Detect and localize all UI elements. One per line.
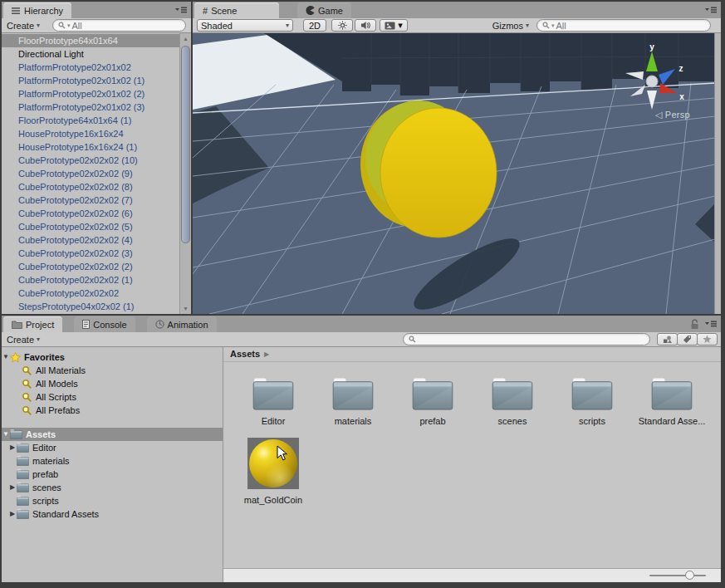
- asset-folder-standard-asse[interactable]: Standard Asse...: [632, 377, 712, 426]
- tree-folder-editor[interactable]: ▶ Editor: [2, 441, 223, 454]
- scene-tabstrip: # Scene Game: [193, 2, 721, 18]
- tab-console[interactable]: Console: [74, 316, 135, 332]
- hierarchy-item-cubeprototype02x02x02-6[interactable]: CubePrototype02x02x02 (6): [2, 207, 180, 220]
- tab-console-label: Console: [93, 320, 126, 330]
- hierarchy-item-stepsprototype04x02x02-1[interactable]: StepsPrototype04x02x02 (1): [2, 300, 180, 313]
- gizmos-dropdown[interactable]: Gizmos▾: [487, 19, 534, 32]
- tree-folder-scenes[interactable]: ▶ scenes: [2, 481, 223, 494]
- folder-icon: [17, 443, 29, 453]
- folder-icon: [651, 377, 693, 410]
- shading-mode-dropdown[interactable]: Shaded▾: [197, 19, 293, 32]
- asset-folder-editor[interactable]: Editor: [233, 377, 313, 426]
- hierarchy-item-cubeprototype02x02x02-9[interactable]: CubePrototype02x02x02 (9): [2, 167, 180, 180]
- assets-root[interactable]: ▼ Assets: [2, 428, 223, 441]
- axis-z-label: z: [679, 64, 683, 73]
- audio-toggle-button[interactable]: [355, 19, 376, 32]
- search-by-type-button[interactable]: [657, 333, 678, 345]
- hierarchy-scrollbar[interactable]: ▲ ▼: [179, 33, 191, 314]
- tab-project[interactable]: Project: [3, 316, 62, 332]
- tab-hierarchy[interactable]: Hierarchy: [3, 2, 71, 18]
- disclosure-triangle-icon[interactable]: ▶: [8, 441, 17, 454]
- disclosure-triangle-icon[interactable]: ▶: [8, 481, 17, 494]
- hierarchy-item-cubeprototype02x02x02-7[interactable]: CubePrototype02x02x02 (7): [2, 194, 180, 207]
- tab-game-label: Game: [318, 6, 343, 16]
- tab-animation-label: Animation: [168, 320, 208, 330]
- search-icon: [22, 405, 32, 416]
- asset-folder-scenes[interactable]: scenes: [473, 377, 552, 426]
- breadcrumb[interactable]: Assets ▶: [223, 347, 721, 362]
- panel-menu-icon[interactable]: [704, 319, 718, 329]
- hierarchy-search-text: All: [72, 21, 82, 31]
- tab-scene[interactable]: # Scene: [194, 2, 279, 18]
- hierarchy-item-cubeprototype02x02x02-8[interactable]: CubePrototype02x02x02 (8): [2, 180, 180, 194]
- panel-menu-icon[interactable]: [174, 5, 188, 15]
- tab-animation[interactable]: Animation: [147, 316, 217, 332]
- scene-search-input[interactable]: ▾ All: [536, 19, 711, 32]
- tree-folder-standard-assets[interactable]: ▶ Standard Assets: [2, 507, 223, 521]
- hierarchy-item-cubeprototype02x02x02-1[interactable]: CubePrototype02x02x02 (1): [2, 273, 180, 287]
- asset-folder-scripts[interactable]: scripts: [552, 377, 632, 426]
- panel-menu-icon[interactable]: [704, 5, 718, 15]
- asset-folder-materials[interactable]: materials: [313, 377, 393, 426]
- thumbnail-zoom-slider[interactable]: [649, 575, 706, 576]
- hierarchy-item-platformprototype02x01x02-1[interactable]: PlatformPrototype02x01x02 (1): [2, 74, 180, 87]
- hierarchy-item-floorprototype64x01x64-1[interactable]: FloorPrototype64x01x64 (1): [2, 114, 180, 127]
- scene-orientation-gizmo[interactable]: y z x: [617, 43, 687, 115]
- folder-icon: [17, 496, 29, 506]
- hierarchy-search-input[interactable]: ▾ All: [52, 19, 186, 32]
- favorites-root[interactable]: ▼ Favorites: [2, 350, 223, 364]
- folder-icon: [412, 377, 453, 410]
- project-create-button[interactable]: Create▾: [2, 333, 45, 345]
- hierarchy-item-cubeprototype02x02x02-3[interactable]: CubePrototype02x02x02 (3): [2, 247, 180, 260]
- effects-dropdown-button[interactable]: ▾: [380, 19, 408, 32]
- search-by-label-button[interactable]: [677, 333, 698, 345]
- favorites-item-all-models[interactable]: All Models: [2, 377, 223, 390]
- hierarchy-item-cubeprototype02x02x02[interactable]: CubePrototype02x02x02: [2, 287, 180, 300]
- hierarchy-item-houseprototype16x16x24-1[interactable]: HousePrototype16x16x24 (1): [2, 140, 180, 154]
- scroll-down-icon[interactable]: ▼: [180, 303, 191, 314]
- hierarchy-item-houseprototype16x16x24[interactable]: HousePrototype16x16x24: [2, 127, 180, 140]
- hierarchy-create-button[interactable]: Create▾: [2, 19, 45, 32]
- 2d-toggle-button[interactable]: 2D: [303, 19, 326, 32]
- favorites-star-button[interactable]: [697, 333, 718, 345]
- hierarchy-item-cubeprototype02x02x02-10[interactable]: CubePrototype02x02x02 (10): [2, 154, 180, 167]
- star-icon: [10, 352, 21, 363]
- hierarchy-item-floorprototype64x01x64[interactable]: FloorPrototype64x01x64: [2, 34, 180, 47]
- folder-icon: [252, 377, 294, 410]
- lighting-toggle-button[interactable]: [331, 19, 353, 32]
- scene-panel: # Scene Game Shaded▾ 2D: [193, 2, 721, 314]
- scene-grid-icon: #: [203, 6, 208, 16]
- tree-folder-prefab[interactable]: prefab: [2, 468, 223, 481]
- hierarchy-item-cubeprototype02x02x02-2[interactable]: CubePrototype02x02x02 (2): [2, 260, 180, 273]
- perspective-label[interactable]: ◁ Persp: [655, 110, 690, 120]
- hierarchy-item-platformprototype02x01x02[interactable]: PlatformPrototype02x01x02: [2, 61, 180, 74]
- disclosure-triangle-icon[interactable]: ▶: [8, 507, 17, 521]
- hierarchy-item-platformprototype02x01x02-2[interactable]: PlatformPrototype02x01x02 (2): [2, 87, 180, 100]
- gold-sphere-preview: [249, 439, 297, 488]
- asset-material-goldcoin[interactable]: mat_GoldCoin: [233, 438, 313, 505]
- tab-game[interactable]: Game: [297, 2, 351, 18]
- hierarchy-item-cubeprototype02x02x02-5[interactable]: CubePrototype02x02x02 (5): [2, 220, 180, 233]
- folder-icon: [10, 429, 22, 439]
- disclosure-triangle-icon[interactable]: ▼: [2, 428, 10, 441]
- scrollbar-thumb[interactable]: [181, 46, 190, 243]
- scene-viewport[interactable]: y z x ◁ Persp: [193, 33, 715, 314]
- favorites-item-all-materials[interactable]: All Materials: [2, 364, 223, 377]
- project-statusbar: [223, 568, 721, 582]
- project-search-input[interactable]: [403, 333, 650, 345]
- tree-folder-materials[interactable]: materials: [2, 454, 223, 468]
- scene-search-text: All: [556, 21, 566, 31]
- scroll-up-icon[interactable]: ▲: [180, 33, 191, 44]
- folder-icon: [17, 456, 29, 466]
- hierarchy-item-cubeprototype02x02x02-4[interactable]: CubePrototype02x02x02 (4): [2, 233, 180, 247]
- asset-folder-prefab[interactable]: prefab: [393, 377, 473, 426]
- favorites-item-all-prefabs[interactable]: All Prefabs: [2, 404, 223, 417]
- hierarchy-item-directional-light[interactable]: Directional Light: [2, 47, 180, 61]
- lock-icon[interactable]: [690, 319, 699, 331]
- disclosure-triangle-icon[interactable]: ▼: [2, 350, 10, 364]
- zoom-slider-knob[interactable]: [685, 571, 694, 580]
- project-panel: Project Console Animation: [2, 316, 721, 582]
- hierarchy-item-platformprototype02x01x02-3[interactable]: PlatformPrototype02x01x02 (3): [2, 100, 180, 114]
- favorites-item-all-scripts[interactable]: All Scripts: [2, 390, 223, 404]
- tree-folder-scripts[interactable]: scripts: [2, 494, 223, 507]
